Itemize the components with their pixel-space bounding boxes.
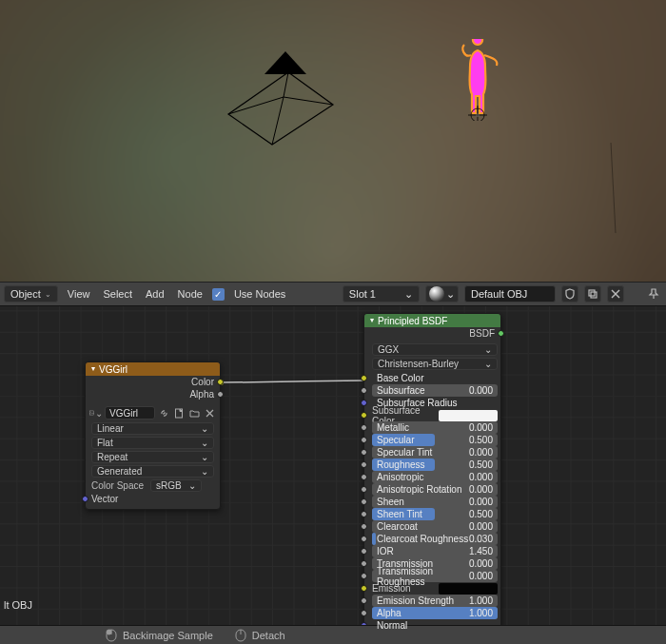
use-nodes-checkbox[interactable]: ✓ xyxy=(212,288,225,301)
param-clearcoat_roughness[interactable]: Clearcoat Roughness0.030 xyxy=(372,533,498,545)
active-material-overlay: lt OBJ xyxy=(0,597,36,613)
new-image-button[interactable] xyxy=(172,406,186,420)
source-dropdown[interactable]: Generated⌄ xyxy=(91,465,214,478)
pin-button[interactable] xyxy=(561,285,578,302)
image-name-field[interactable]: VGGirl xyxy=(105,406,155,420)
socket-input-alpha[interactable] xyxy=(361,610,367,616)
viewport-3d[interactable] xyxy=(0,0,666,282)
chevron-down-icon: ⌄ xyxy=(201,423,208,434)
node-header[interactable]: ▾ Principled BSDF xyxy=(364,314,500,327)
socket-output-alpha[interactable] xyxy=(217,391,224,398)
pin-editor-button[interactable] xyxy=(645,285,662,302)
color-space-label: Color Space xyxy=(91,480,145,491)
unlink-image-button[interactable] xyxy=(203,406,216,420)
use-nodes-label[interactable]: Use Nodes xyxy=(230,288,289,300)
chevron-down-icon: ⌄ xyxy=(45,290,51,299)
menu-view[interactable]: View xyxy=(64,288,94,300)
param-specular[interactable]: Specular0.500 xyxy=(372,434,498,446)
node-image-texture[interactable]: ▾ VGGirl Color Alpha ⌄ VGGirl xyxy=(85,361,221,510)
param-specular_tint[interactable]: Specular Tint0.000 xyxy=(372,446,498,459)
camera-object[interactable] xyxy=(226,48,337,148)
svg-line-3 xyxy=(284,97,333,105)
collapse-toggle-icon[interactable]: ▾ xyxy=(370,316,374,324)
material-browse-dropdown[interactable]: ⌄ xyxy=(425,285,459,302)
param-subsurface_color[interactable] xyxy=(439,410,498,421)
menu-select[interactable]: Select xyxy=(99,288,136,300)
socket-input-clearcoat[interactable] xyxy=(361,523,367,530)
distribution-dropdown[interactable]: GGX⌄ xyxy=(372,343,498,356)
socket-input-transmission[interactable] xyxy=(361,560,367,567)
close-icon xyxy=(206,409,214,418)
material-slot-dropdown[interactable]: Slot 1 ⌄ xyxy=(343,285,420,302)
param-sheen_tint[interactable]: Sheen Tint0.500 xyxy=(372,508,498,520)
node-editor[interactable]: ▾ VGGirl Color Alpha ⌄ VGGirl xyxy=(0,306,666,638)
socket-input-emission_strength[interactable] xyxy=(361,597,367,604)
param-emission_strength[interactable]: Emission Strength1.000 xyxy=(372,595,498,607)
param-alpha[interactable]: Alpha1.000 xyxy=(372,607,498,619)
duplicate-button[interactable] xyxy=(584,285,601,302)
image-datablock-row: ⌄ VGGirl xyxy=(86,404,220,421)
fake-user-button[interactable] xyxy=(157,406,170,420)
svg-marker-0 xyxy=(264,51,306,74)
open-image-button[interactable] xyxy=(187,406,201,420)
socket-input-anisotropic_rotation[interactable] xyxy=(361,486,367,493)
menu-add[interactable]: Add xyxy=(142,288,168,300)
socket-input-roughness[interactable] xyxy=(361,461,367,468)
param-ior[interactable]: IOR1.450 xyxy=(372,545,498,557)
material-name: Default OBJ xyxy=(471,288,527,300)
hint-backimage-sample: Backimage Sample xyxy=(105,629,213,642)
node-editor-header: Object ⌄ View Select Add Node ✓ Use Node… xyxy=(0,282,666,306)
param-sheen[interactable]: Sheen0.000 xyxy=(372,496,498,508)
node-principled-bsdf[interactable]: ▾ Principled BSDF BSDF GGX⌄ Christensen-… xyxy=(363,313,501,636)
socket-input-subsurface[interactable] xyxy=(361,387,367,394)
socket-input-metallic[interactable] xyxy=(361,424,367,431)
new-icon xyxy=(174,408,185,419)
chevron-down-icon: ⌄ xyxy=(446,288,455,301)
socket-output-bsdf[interactable] xyxy=(498,330,504,337)
link-icon xyxy=(159,408,169,419)
interaction-mode-label: Object xyxy=(10,288,41,300)
svg-rect-11 xyxy=(591,292,597,298)
socket-input-subsurface_radius[interactable] xyxy=(361,400,367,406)
socket-input-subsurface_color[interactable] xyxy=(361,412,367,419)
menu-node[interactable]: Node xyxy=(174,288,206,300)
socket-input-clearcoat_roughness[interactable] xyxy=(361,536,367,542)
param-subsurface[interactable]: Subsurface0.000 xyxy=(372,384,498,397)
param-clearcoat[interactable]: Clearcoat0.000 xyxy=(372,520,498,533)
chevron-down-icon: ⌄ xyxy=(201,438,208,448)
socket-input-sheen[interactable] xyxy=(361,498,367,505)
socket-input-sheen_tint[interactable] xyxy=(361,511,367,517)
param-anisotropic[interactable]: Anisotropic0.000 xyxy=(372,471,498,483)
interaction-mode-dropdown[interactable]: Object ⌄ xyxy=(4,285,58,302)
image-browse-icon[interactable]: ⌄ xyxy=(89,406,103,420)
socket-input-vector[interactable] xyxy=(82,496,88,502)
extension-dropdown[interactable]: Repeat⌄ xyxy=(91,451,214,463)
socket-input-transmission_roughness[interactable] xyxy=(361,573,367,579)
material-name-field[interactable]: Default OBJ xyxy=(464,285,556,302)
subsurface-method-dropdown[interactable]: Christensen-Burley⌄ xyxy=(372,358,498,370)
socket-output-color[interactable] xyxy=(217,379,224,385)
param-transmission_roughness[interactable]: Transmission Roughness0.000 xyxy=(372,570,498,582)
svg-rect-10 xyxy=(589,290,595,296)
socket-input-specular[interactable] xyxy=(361,437,367,443)
node-header[interactable]: ▾ VGGirl xyxy=(86,362,220,376)
param-anisotropic_rotation[interactable]: Anisotropic Rotation0.000 xyxy=(372,483,498,496)
socket-input-base_color[interactable] xyxy=(361,375,367,381)
socket-input-anisotropic[interactable] xyxy=(361,474,367,480)
param-subsurface_radius: Subsurface Radius xyxy=(372,397,498,409)
unlink-button[interactable] xyxy=(607,285,624,302)
interpolation-dropdown[interactable]: Linear⌄ xyxy=(91,422,214,435)
folder-icon xyxy=(189,408,200,419)
selected-object-figure[interactable] xyxy=(455,39,500,121)
socket-input-emission[interactable] xyxy=(361,585,367,592)
color-space-dropdown[interactable]: sRGB⌄ xyxy=(150,479,202,492)
chevron-down-icon: ⌄ xyxy=(95,408,103,419)
collapse-toggle-icon[interactable]: ▾ xyxy=(91,364,95,373)
projection-dropdown[interactable]: Flat⌄ xyxy=(91,437,214,449)
param-roughness[interactable]: Roughness0.500 xyxy=(372,459,498,471)
socket-input-ior[interactable] xyxy=(361,548,367,555)
param-metallic[interactable]: Metallic0.000 xyxy=(372,421,498,434)
pushpin-icon xyxy=(648,288,659,300)
svg-line-4 xyxy=(272,97,284,145)
socket-input-specular_tint[interactable] xyxy=(361,449,367,456)
